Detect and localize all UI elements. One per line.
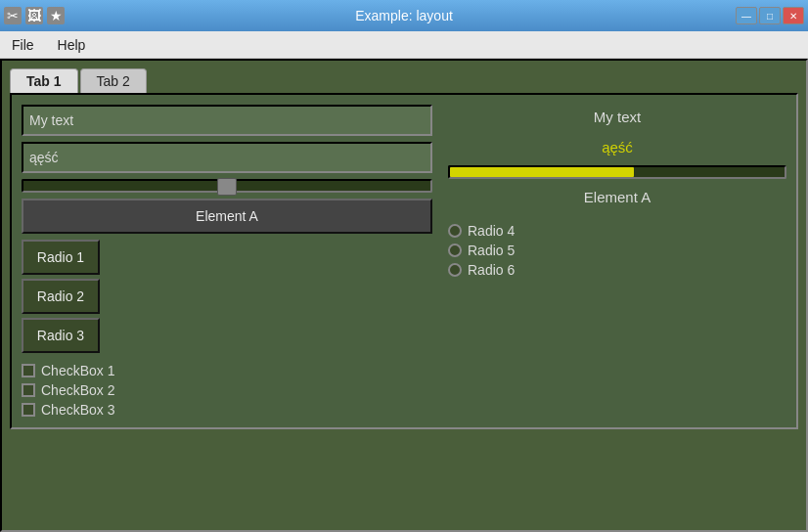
checkbox-1[interactable]: CheckBox 1 xyxy=(22,363,432,378)
menu-file[interactable]: File xyxy=(8,35,38,55)
radio-4[interactable]: Radio 4 xyxy=(448,223,786,239)
tab-2[interactable]: Tab 2 xyxy=(80,68,147,93)
tab-bar: Tab 1 Tab 2 xyxy=(10,68,798,93)
radio-button-3[interactable]: Radio 3 xyxy=(22,318,100,353)
window-title: Example: layout xyxy=(355,8,453,23)
minimize-button[interactable]: — xyxy=(736,7,757,24)
radio-circle-5[interactable] xyxy=(448,244,462,257)
radio-label-5: Radio 5 xyxy=(468,243,515,258)
radio-group-right: Radio 4 Radio 5 Radio 6 xyxy=(448,223,786,278)
right-label-2: ąęść xyxy=(448,135,786,159)
title-bar: ✂ 🖼 ★ Example: layout — □ ✕ xyxy=(0,0,808,31)
radio-circle-6[interactable] xyxy=(448,263,462,277)
checkbox-label-2: CheckBox 2 xyxy=(41,382,114,398)
tab-1[interactable]: Tab 1 xyxy=(10,68,78,93)
app-icon-scissors: ✂ xyxy=(4,7,22,24)
element-a-label-right: Element A xyxy=(448,185,786,209)
checkbox-3[interactable]: CheckBox 3 xyxy=(22,402,432,418)
radio-button-2[interactable]: Radio 2 xyxy=(22,279,100,314)
slider-right[interactable] xyxy=(448,165,786,179)
checkbox-2[interactable]: CheckBox 2 xyxy=(22,382,432,398)
radio-toggle-group: Radio 1 Radio 2 Radio 3 xyxy=(22,240,432,353)
text-input-1[interactable] xyxy=(22,105,432,136)
app-icon-image: 🖼 xyxy=(25,7,43,24)
left-column: Element A Radio 1 Radio 2 Radio 3 CheckB… xyxy=(22,105,432,418)
checkbox-box-1[interactable] xyxy=(22,364,35,377)
slider-left[interactable] xyxy=(22,179,432,193)
title-bar-left: ✂ 🖼 ★ xyxy=(4,7,65,24)
main-content: Tab 1 Tab 2 Element A Radio 1 Radio 2 Ra… xyxy=(0,59,808,532)
radio-label-6: Radio 6 xyxy=(468,262,515,278)
app-icon-star: ★ xyxy=(47,7,65,24)
text-input-2[interactable] xyxy=(22,142,432,173)
menu-bar: File Help xyxy=(0,31,808,59)
radio-label-4: Radio 4 xyxy=(468,223,515,239)
element-a-button-left[interactable]: Element A xyxy=(22,199,432,234)
checkbox-box-3[interactable] xyxy=(22,403,35,417)
tab-content: Element A Radio 1 Radio 2 Radio 3 CheckB… xyxy=(10,93,798,429)
checkbox-label-3: CheckBox 3 xyxy=(41,402,114,418)
checkbox-box-2[interactable] xyxy=(22,383,35,397)
radio-5[interactable]: Radio 5 xyxy=(448,243,786,258)
right-label-1: My text xyxy=(448,105,786,129)
window-controls: — □ ✕ xyxy=(736,7,804,24)
row-inputs: Element A Radio 1 Radio 2 Radio 3 CheckB… xyxy=(22,105,786,418)
menu-help[interactable]: Help xyxy=(54,35,90,55)
close-button[interactable]: ✕ xyxy=(783,7,804,24)
right-column: My text ąęść Element A Radio 4 Radio xyxy=(440,105,786,418)
checkbox-group: CheckBox 1 CheckBox 2 CheckBox 3 xyxy=(22,363,432,418)
slider-thumb[interactable] xyxy=(217,178,237,196)
slider-right-fill xyxy=(450,167,634,177)
checkbox-label-1: CheckBox 1 xyxy=(41,363,114,378)
radio-6[interactable]: Radio 6 xyxy=(448,262,786,278)
maximize-button[interactable]: □ xyxy=(759,7,781,24)
radio-circle-4[interactable] xyxy=(448,224,462,238)
radio-button-1[interactable]: Radio 1 xyxy=(22,240,100,275)
